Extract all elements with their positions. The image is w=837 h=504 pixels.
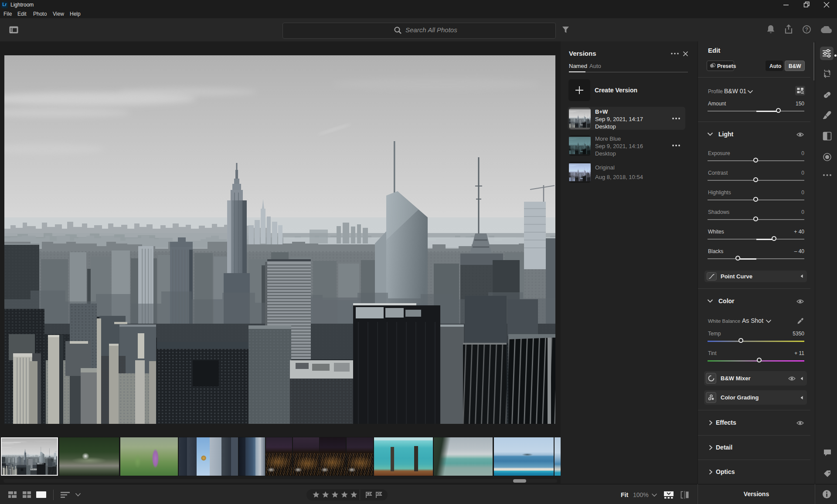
svg-text:?: ? — [805, 27, 808, 33]
